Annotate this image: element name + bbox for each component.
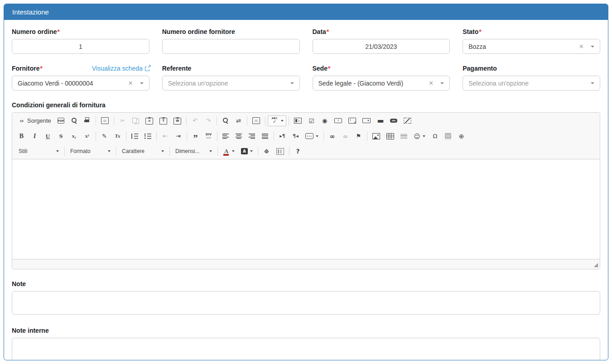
find-button[interactable] <box>219 115 231 126</box>
radio-button[interactable]: ◉ <box>318 115 331 126</box>
sede-select[interactable]: Sede legale - (Giacomo Verdi) × <box>313 76 450 91</box>
required-asterisk: * <box>58 28 60 35</box>
print-icon <box>84 117 91 124</box>
image-button[interactable] <box>370 131 383 141</box>
textarea-button[interactable] <box>346 116 359 125</box>
note-interne-textarea[interactable] <box>12 338 600 360</box>
page-break-icon <box>445 133 452 139</box>
anchor-button[interactable]: ⚑ <box>352 131 365 141</box>
numero-ordine-input[interactable] <box>12 39 149 54</box>
hidden-field-button[interactable] <box>401 116 414 125</box>
editor-content-area[interactable] <box>12 159 600 259</box>
toolbar-separator <box>187 132 187 141</box>
horizontal-rule-button[interactable] <box>398 132 410 140</box>
div-container-button[interactable]: DIV <box>202 131 215 141</box>
print-button[interactable] <box>81 115 93 126</box>
clear-icon[interactable]: × <box>128 80 132 87</box>
chevron-down-icon <box>423 135 425 137</box>
toolbar-separator <box>247 116 247 125</box>
stato-select[interactable]: Bozza × <box>463 39 600 54</box>
note-textarea[interactable] <box>12 291 600 315</box>
toolbar-separator <box>116 147 116 156</box>
page-break-button[interactable] <box>442 131 454 141</box>
image-button-button[interactable] <box>387 117 400 125</box>
checkbox-button[interactable]: ☑ <box>305 115 318 126</box>
fornitore-select[interactable]: Giacomo Verdi - 00000004 × <box>12 76 149 91</box>
copy-formatting-button[interactable]: ✎ <box>98 131 111 141</box>
export-pdf-button[interactable]: PDF <box>55 116 67 125</box>
format-combo[interactable]: Formato <box>67 146 114 157</box>
pagamento-select[interactable]: Seleziona un'opzione <box>463 76 600 91</box>
numero-ordine-label: Numero ordine* <box>12 28 149 35</box>
pagamento-placeholder: Seleziona un'opzione <box>468 80 591 87</box>
text-color-button[interactable]: A <box>220 146 237 157</box>
align-justify-button[interactable] <box>259 132 271 141</box>
bg-color-button[interactable]: A <box>238 146 255 156</box>
underline-button[interactable]: U <box>42 131 54 141</box>
copy-icon <box>132 118 139 124</box>
text-field-button[interactable] <box>332 116 345 125</box>
select-all-icon <box>252 117 260 124</box>
pagamento-field: Pagamento Seleziona un'opzione <box>463 65 600 91</box>
bidi-rtl-button[interactable]: ¶◂ <box>289 131 302 141</box>
bold-button[interactable]: B <box>15 131 28 141</box>
special-char-button[interactable]: Ω <box>429 131 441 141</box>
clear-icon[interactable]: × <box>579 43 583 50</box>
strike-button[interactable]: S <box>55 131 67 141</box>
remove-format-button[interactable]: Tx <box>111 131 124 141</box>
font-combo[interactable]: Carattere <box>119 146 167 157</box>
italic-button[interactable]: I <box>29 131 41 141</box>
paste-text-button[interactable] <box>157 115 170 126</box>
clear-icon[interactable]: × <box>429 80 433 87</box>
preview-button[interactable] <box>68 115 80 126</box>
subscript-button[interactable]: x₂ <box>68 131 80 141</box>
superscript-button[interactable]: x² <box>81 131 93 141</box>
align-left-button[interactable] <box>220 132 232 141</box>
styles-combo[interactable]: Stili <box>15 146 62 157</box>
select-all-button[interactable] <box>250 115 263 126</box>
stato-field: Stato* Bozza × <box>463 28 600 54</box>
fornitore-label: Fornitore* <box>12 65 43 72</box>
link-button[interactable]: ∞ <box>326 131 338 141</box>
spellcheck-button[interactable]: ✓ <box>268 115 286 126</box>
select-field-button[interactable] <box>360 116 373 125</box>
note-section: Note <box>12 280 600 316</box>
blockquote-button[interactable]: ” <box>189 129 202 143</box>
indent-button[interactable]: ⇥ <box>172 131 184 141</box>
data-input[interactable] <box>313 39 450 54</box>
maximize-button[interactable] <box>260 146 273 157</box>
align-center-button[interactable] <box>233 132 245 141</box>
numero-ordine-fornitore-input[interactable] <box>162 39 300 54</box>
visualizza-scheda-link[interactable]: Visualizza scheda <box>92 65 149 72</box>
align-right-button[interactable] <box>246 132 258 141</box>
table-button[interactable] <box>384 131 397 141</box>
replace-button[interactable]: ⇄ <box>232 115 245 126</box>
about-button[interactable]: ? <box>292 146 304 157</box>
language-button[interactable] <box>303 131 321 141</box>
condizioni-label: Condizioni generali di fornitura <box>12 101 600 109</box>
button-field-button[interactable]: ▬ <box>374 115 386 126</box>
form-button[interactable] <box>291 116 304 125</box>
link-icon: ∞ <box>329 133 336 139</box>
data-label: Data* <box>313 28 450 35</box>
required-asterisk: * <box>479 28 481 35</box>
iframe-button[interactable]: ⊕ <box>455 131 467 141</box>
show-blocks-button[interactable] <box>274 146 287 157</box>
chevron-down-icon <box>591 82 594 84</box>
source-button[interactable]: ‹›Sorgente <box>15 115 54 126</box>
size-combo[interactable]: Dimensi... <box>172 146 215 157</box>
numero-ordine-field: Numero ordine* <box>12 28 149 54</box>
paste-word-button[interactable] <box>171 115 184 126</box>
resize-handle-icon[interactable] <box>594 263 598 267</box>
referente-select[interactable]: Seleziona un'opzione <box>162 76 300 91</box>
bidi-rtl-icon: ¶◂ <box>292 133 299 139</box>
numbered-list-button[interactable] <box>129 132 141 141</box>
required-asterisk: * <box>40 65 42 72</box>
paste-button[interactable] <box>143 115 156 126</box>
templates-button[interactable] <box>98 115 111 126</box>
smiley-button[interactable]: ☺ <box>411 131 428 141</box>
bulleted-list-button[interactable] <box>142 132 154 141</box>
button-field-icon: ▬ <box>377 117 384 124</box>
toolbar-separator <box>114 116 114 125</box>
bidi-ltr-button[interactable]: ▸¶ <box>276 131 289 141</box>
